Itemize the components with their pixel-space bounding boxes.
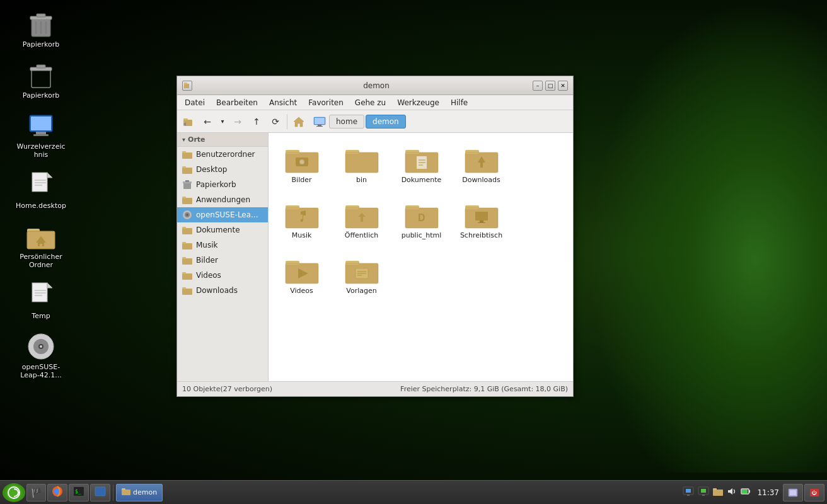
sidebar-item-videos[interactable]: Videos	[177, 268, 268, 283]
svg-rect-57	[182, 258, 192, 265]
taskbar-logout-button[interactable]: ⏻	[804, 484, 824, 501]
desktop-icon-wurzelverzeichnis[interactable]: Wurzelverzeichnis	[13, 108, 69, 161]
file-icon-dokumente[interactable]: Dokumente	[395, 139, 448, 188]
sidebar-label-anwendungen: Anwendungen	[196, 195, 250, 204]
home-breadcrumb[interactable]: home	[329, 115, 364, 129]
sidebar-item-opensuse[interactable]: openSUSE-Lea...	[177, 207, 268, 222]
sidebar-item-downloads[interactable]: Downloads	[177, 283, 268, 298]
sidebar-section-orte[interactable]: ▾ Orte	[177, 133, 268, 147]
menu-gehe-zu[interactable]: Gehe zu	[350, 97, 391, 108]
taskbar-folder-icon	[122, 488, 130, 497]
forward-arrow-button[interactable]: →	[229, 113, 246, 130]
network2-icon[interactable]	[698, 486, 709, 498]
reload-button[interactable]: ⟳	[267, 113, 284, 130]
svg-rect-91	[405, 205, 419, 209]
network-icon[interactable]	[683, 486, 694, 498]
taskbar-demon-window[interactable]: demon	[116, 484, 163, 501]
file-area: Bilder bin	[269, 133, 573, 381]
svg-rect-120	[686, 489, 691, 493]
taskbar-unknown1[interactable]: 🏴	[26, 484, 46, 501]
file-icon-bilder[interactable]: Bilder	[275, 139, 328, 188]
statusbar-space: Freier Speicherplatz: 9,1 GiB (Gesamt: 1…	[400, 385, 568, 393]
sidebar-item-benutzerordner[interactable]: Benutzerordner	[177, 147, 268, 162]
sidebar-label-videos: Videos	[196, 271, 221, 280]
home-button[interactable]	[290, 113, 308, 130]
menu-bearbeiten[interactable]: Bearbeiten	[211, 97, 263, 108]
menu-ansicht[interactable]: Ansicht	[264, 97, 302, 108]
taskbar-extra-icon[interactable]	[783, 484, 803, 501]
sidebar-label-opensuse: openSUSE-Lea...	[196, 210, 258, 219]
svg-marker-36	[294, 117, 304, 127]
taskbar-unknown1-icon: 🏴	[31, 488, 42, 498]
sidebar-item-bilder[interactable]: Bilder	[177, 253, 268, 268]
minimize-button[interactable]: –	[533, 81, 543, 91]
menu-hilfe[interactable]: Hilfe	[446, 97, 473, 108]
dokumente-label: Dokumente	[402, 176, 442, 184]
menu-favoriten[interactable]: Favoriten	[303, 97, 349, 108]
back-button[interactable]	[180, 113, 197, 130]
anwendungen-icon	[182, 195, 192, 205]
window-titlebar: demon – □ ✕	[177, 76, 573, 95]
svg-rect-64	[286, 150, 299, 154]
computer-loc-button[interactable]	[311, 113, 328, 130]
taskbar-clock: 11:37	[755, 488, 782, 497]
svg-rect-73	[405, 150, 419, 154]
svg-rect-84	[286, 205, 299, 209]
desktop: Papierkorb Papierkorb Wur	[0, 0, 827, 504]
taskbar-firefox[interactable]	[47, 484, 67, 501]
svg-rect-54	[182, 227, 186, 229]
start-button[interactable]	[3, 483, 25, 502]
taskbar-unknown2[interactable]	[90, 484, 110, 501]
sidebar-item-dokumente[interactable]: Dokumente	[177, 222, 268, 238]
desktop-icon-papierkorb2[interactable]: Papierkorb	[13, 57, 69, 102]
desktop-icon-personal-folder[interactable]: Persönlicher Ordner	[13, 219, 69, 272]
sidebar-item-anwendungen[interactable]: Anwendungen	[177, 192, 268, 207]
file-icon-oeffentlich[interactable]: Öffentlich	[335, 195, 388, 244]
file-icon-bin[interactable]: bin	[335, 139, 388, 188]
sidebar-item-papierkorb[interactable]: Papierkorb	[177, 177, 268, 192]
svg-rect-32	[184, 83, 187, 84]
desktop-icon-opensuse[interactable]: openSUSE-Leap-42.1...	[13, 329, 69, 382]
menu-datei[interactable]: Datei	[180, 97, 210, 108]
svg-marker-14	[47, 173, 52, 178]
wallpaper-decoration	[587, 0, 827, 472]
menu-werkzeuge[interactable]: Werkzeuge	[392, 97, 444, 108]
file-icon-public-html[interactable]: D public_html	[395, 195, 448, 244]
svg-rect-53	[182, 228, 192, 234]
up-button[interactable]: ↑	[248, 113, 265, 130]
file-icon-schreibtisch[interactable]: Schreibtisch	[454, 195, 508, 244]
file-icon-downloads[interactable]: Downloads	[454, 139, 508, 188]
sidebar-item-desktop[interactable]: Desktop	[177, 162, 268, 177]
desktop-icon-papierkorb1[interactable]: Papierkorb	[13, 6, 69, 51]
current-breadcrumb[interactable]: demon	[366, 115, 406, 129]
file-icon-videos[interactable]: Videos	[275, 250, 328, 299]
svg-marker-23	[47, 283, 52, 288]
taskbar-terminal[interactable]: $_	[69, 484, 89, 501]
history-dropdown-button[interactable]: ▾	[217, 113, 228, 130]
desktop-icon-home-desktop[interactable]: Home.desktop	[13, 168, 69, 212]
close-button[interactable]: ✕	[558, 81, 568, 91]
svg-rect-123	[701, 489, 706, 493]
opensuse-label: openSUSE-Leap-42.1...	[15, 363, 67, 379]
window-icon	[182, 81, 192, 91]
taskbar-unknown2-icon	[95, 486, 106, 498]
svg-rect-70	[345, 150, 359, 154]
maximize-button[interactable]: □	[545, 81, 555, 91]
desktop-icon-temp[interactable]: Temp	[13, 278, 69, 323]
svg-rect-69	[345, 152, 378, 173]
sidebar-item-musik[interactable]: Musik	[177, 238, 268, 253]
battery-icon[interactable]	[741, 487, 751, 498]
temp-file-icon	[26, 280, 56, 311]
svg-rect-56	[182, 242, 186, 244]
bilder-sidebar-icon	[182, 255, 192, 265]
file-icon-musik[interactable]: Musik	[275, 195, 328, 244]
back-arrow-button[interactable]: ←	[199, 113, 216, 130]
file-icon-vorlagen[interactable]: Vorlagen	[335, 250, 388, 299]
speaker-icon[interactable]	[727, 487, 737, 498]
sidebar-label-dokumente: Dokumente	[196, 226, 240, 234]
folder-tray-icon[interactable]	[713, 487, 723, 498]
downloads-folder-icon	[464, 144, 499, 174]
svg-rect-99	[478, 222, 485, 223]
temp-label: Temp	[32, 312, 50, 320]
taskbar-separator	[113, 484, 113, 501]
